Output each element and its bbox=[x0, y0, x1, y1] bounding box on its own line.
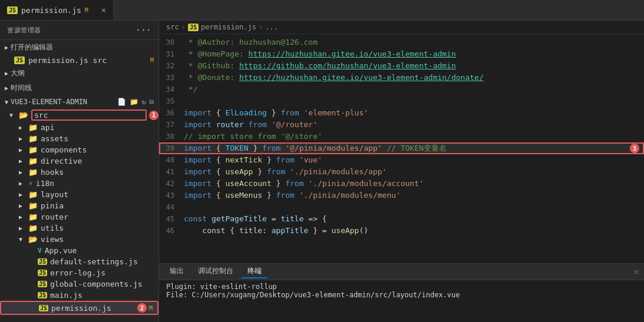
line-num-39: 39 bbox=[159, 143, 184, 154]
api-label: api bbox=[41, 123, 158, 132]
folder-views-icon: 📂 bbox=[28, 235, 38, 244]
open-file-label: permission.js src bbox=[28, 56, 150, 65]
bottom-content: Plugin: vite-eslint-rollup File: C:/User… bbox=[159, 280, 644, 322]
chevron-right-outline-icon: ▶ bbox=[5, 70, 8, 77]
tab-filename: permission.js bbox=[21, 6, 81, 15]
sidebar-content: ▶ 打开的编辑器 JS permission.js src M ▶ 大纲 ▶ 时… bbox=[0, 40, 158, 322]
code-line-39: 39 import { TOKEN } from '@/pinia/module… bbox=[159, 142, 644, 154]
line-content-42: import { useAccount } from './pinia/modu… bbox=[184, 178, 639, 189]
chevron-right-timeline-icon: ▶ bbox=[5, 85, 8, 91]
tree-item-assets[interactable]: ▶ 📁 assets bbox=[0, 133, 158, 144]
chevron-down-project-icon: ▼ bbox=[5, 99, 8, 105]
line-content-35 bbox=[184, 95, 639, 107]
code-editor[interactable]: 30 * @Author: huzhushan@126.com 31 * @Ho… bbox=[159, 34, 644, 263]
js-mainjs-icon: JS bbox=[38, 292, 47, 298]
folder-layout-icon: 📁 bbox=[28, 190, 38, 199]
refresh-icon[interactable]: ↻ bbox=[142, 98, 146, 106]
line-num-38: 38 bbox=[159, 131, 184, 142]
new-folder-icon[interactable]: 📁 bbox=[130, 98, 138, 106]
open-editors-section[interactable]: ▶ 打开的编辑器 bbox=[0, 40, 158, 55]
js-file-icon: JS bbox=[7, 6, 18, 14]
outline-label: 大纲 bbox=[11, 68, 25, 78]
line-num-32: 32 bbox=[159, 61, 184, 72]
line-num-35: 35 bbox=[159, 96, 184, 107]
router-label: router bbox=[41, 213, 158, 221]
tree-item-global-components[interactable]: ▶ JS global-components.js bbox=[0, 278, 158, 290]
folder-pinia-icon: 📁 bbox=[28, 201, 38, 210]
src-badge: 1 bbox=[149, 111, 158, 120]
tree-item-components[interactable]: ▶ 📁 components bbox=[0, 144, 158, 155]
tab-terminal[interactable]: 终端 bbox=[242, 265, 267, 278]
open-editors-label: 打开的编辑器 bbox=[11, 42, 53, 52]
line-content-45: const getPageTitle = title => { bbox=[184, 213, 639, 224]
sidebar-header-actions: ··· bbox=[136, 25, 151, 35]
assets-label: assets bbox=[41, 134, 158, 143]
project-actions: 📄 📁 ↻ ⊟ bbox=[117, 98, 154, 106]
code-line-34: 34 */ bbox=[159, 84, 644, 95]
line-num-43: 43 bbox=[159, 190, 184, 201]
permission-js-label: permission.js bbox=[51, 304, 135, 313]
tree-item-main-js[interactable]: ▶ JS main.js bbox=[0, 290, 158, 301]
tree-item-default-settings[interactable]: ▶ JS default-settings.js bbox=[0, 256, 158, 267]
tab-close-button[interactable]: × bbox=[101, 5, 106, 15]
chevron-pinia-icon: ▶ bbox=[19, 203, 28, 209]
tree-item-permission-js[interactable]: ▶ JS permission.js 2 M bbox=[0, 301, 158, 315]
tree-item-i18n[interactable]: ▶ ⚡ i18n bbox=[0, 178, 158, 189]
chevron-i18n-icon: ▶ bbox=[19, 180, 28, 187]
folder-router-icon: 📁 bbox=[28, 213, 38, 221]
chevron-utils-icon: ▶ bbox=[19, 225, 28, 231]
line-num-30: 30 bbox=[159, 37, 184, 48]
code-line-36: 36 import { ElLoading } from 'element-pl… bbox=[159, 107, 644, 119]
line-num-44: 44 bbox=[159, 202, 184, 213]
chevron-views-icon: ▼ bbox=[19, 236, 28, 243]
chevron-components-icon: ▶ bbox=[19, 147, 28, 153]
tab-output[interactable]: 输出 bbox=[164, 265, 190, 278]
tree-item-views[interactable]: ▼ 📂 views bbox=[0, 234, 158, 245]
tree-item-api[interactable]: ▶ 📁 api bbox=[0, 122, 158, 133]
new-file-icon[interactable]: 📄 bbox=[117, 98, 126, 106]
breadcrumb-dots: ... bbox=[265, 23, 278, 31]
code-line-37: 37 import router from '@/router' bbox=[159, 119, 644, 131]
line-num-45: 45 bbox=[159, 214, 184, 225]
utils-label: utils bbox=[41, 224, 158, 233]
line-num-40: 40 bbox=[159, 155, 184, 166]
bottom-line1: Plugin: vite-eslint-rollup bbox=[166, 283, 637, 291]
js-permjs-icon: JS bbox=[39, 305, 48, 311]
panel-close-button[interactable]: × bbox=[633, 266, 639, 277]
line-content-44 bbox=[184, 201, 639, 213]
tree-item-router[interactable]: ▶ 📁 router bbox=[0, 211, 158, 223]
tree-item-directive[interactable]: ▶ 📁 directive bbox=[0, 155, 158, 167]
tree-item-utils[interactable]: ▶ 📁 utils bbox=[0, 223, 158, 234]
folder-utils-icon: 📁 bbox=[28, 224, 38, 233]
chevron-right-icon: ▶ bbox=[5, 44, 8, 51]
hooks-label: hooks bbox=[41, 168, 158, 177]
collapse-icon[interactable]: ⊟ bbox=[150, 98, 154, 106]
open-file-item[interactable]: JS permission.js src M bbox=[0, 55, 158, 66]
tab-permission-js[interactable]: JS permission.js M × bbox=[0, 0, 114, 20]
chevron-directive-icon: ▶ bbox=[19, 158, 28, 164]
more-icon[interactable]: ··· bbox=[136, 25, 151, 35]
chevron-router-icon: ▶ bbox=[19, 214, 28, 220]
tree-item-layout[interactable]: ▶ 📁 layout bbox=[0, 189, 158, 200]
folder-directive-icon: 📁 bbox=[28, 157, 38, 165]
views-label: views bbox=[41, 235, 158, 244]
breadcrumb-sep1: › bbox=[181, 23, 186, 31]
tree-item-src[interactable]: ▼ 📂 src 1 bbox=[0, 108, 158, 122]
code-line-31: 31 * @HomePage: https://huzhushan.gitee.… bbox=[159, 48, 644, 60]
tree-item-error-log[interactable]: ▶ JS error-log.js bbox=[0, 267, 158, 278]
breadcrumb-src: src bbox=[166, 23, 179, 31]
bottom-line2: File: C:/Users/xugang/Desktop/vue3-eleme… bbox=[166, 291, 637, 299]
src-folder-label: src bbox=[31, 109, 147, 121]
code-line-41: 41 import { useApp } from './pinia/modul… bbox=[159, 166, 644, 178]
timeline-section[interactable]: ▶ 时间线 bbox=[0, 81, 158, 95]
tree-item-pinia[interactable]: ▶ 📁 pinia bbox=[0, 200, 158, 211]
project-section[interactable]: ▼ VUE3-ELEMENT-ADMIN 📄 📁 ↻ ⊟ bbox=[0, 95, 158, 108]
tree-item-hooks[interactable]: ▶ 📁 hooks bbox=[0, 167, 158, 178]
line-content-38: // import store from '@/store' bbox=[184, 131, 639, 142]
tab-debug-console[interactable]: 调试控制台 bbox=[192, 265, 239, 278]
project-label: VUE3-ELEMENT-ADMIN bbox=[11, 98, 87, 106]
tree-item-app-vue[interactable]: ▶ V App.vue bbox=[0, 245, 158, 256]
layout-label: layout bbox=[41, 190, 158, 199]
outline-section[interactable]: ▶ 大纲 bbox=[0, 66, 158, 81]
permission-js-circle-badge: 2 bbox=[137, 303, 147, 313]
